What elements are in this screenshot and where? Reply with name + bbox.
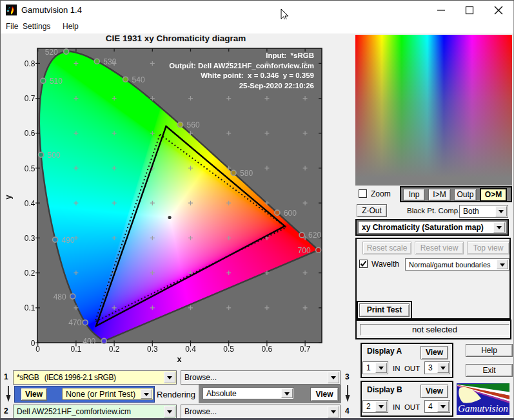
svg-text:520: 520	[45, 48, 58, 57]
svg-text:470: 470	[68, 318, 81, 327]
svg-text:Output: Dell AW2521HF_comfortv: Output: Dell AW2521HF_comfortview.icm	[169, 62, 314, 70]
svg-text:530: 530	[103, 57, 116, 66]
svg-text:0.3: 0.3	[147, 345, 158, 354]
svg-text:560: 560	[187, 120, 200, 129]
svg-text:540: 540	[132, 75, 145, 84]
svg-text:620: 620	[308, 231, 321, 240]
svg-text:490: 490	[62, 236, 75, 245]
svg-text:0: 0	[35, 345, 40, 354]
svg-text:Input: *sRGB: Input: *sRGB	[266, 52, 314, 59]
svg-text:0.8: 0.8	[25, 59, 35, 68]
svg-text:0.1: 0.1	[25, 303, 35, 312]
svg-text:0.5: 0.5	[223, 345, 234, 354]
svg-text:600: 600	[284, 209, 297, 218]
svg-text:510: 510	[50, 77, 63, 86]
svg-text:0.6: 0.6	[262, 345, 273, 354]
svg-text:0.5: 0.5	[25, 164, 35, 173]
svg-text:0.7: 0.7	[25, 94, 35, 103]
svg-text:0.1: 0.1	[71, 345, 82, 354]
svg-text:0.2: 0.2	[109, 345, 120, 354]
svg-text:White point: x = 0.346 y = 0: White point: x = 0.346 y = 0.359	[201, 72, 314, 79]
svg-text:0.4: 0.4	[25, 199, 35, 208]
svg-text:0: 0	[31, 339, 35, 348]
svg-text:y: y	[4, 195, 13, 199]
svg-text:400: 400	[83, 337, 95, 346]
svg-text:0.3: 0.3	[25, 234, 35, 243]
svg-text:700: 700	[298, 246, 311, 255]
svg-text:25-Sep-2020 22:10:26: 25-Sep-2020 22:10:26	[239, 82, 314, 90]
svg-text:x: x	[177, 355, 182, 364]
svg-text:500: 500	[48, 151, 61, 160]
svg-text:0.4: 0.4	[185, 345, 196, 354]
svg-text:Gamutvision: Gamutvision	[458, 403, 508, 414]
svg-text:0.6: 0.6	[25, 129, 35, 138]
svg-text:0.7: 0.7	[300, 345, 311, 354]
svg-text:480: 480	[54, 292, 66, 301]
svg-text:0.2: 0.2	[25, 269, 35, 278]
svg-text:580: 580	[240, 169, 253, 178]
